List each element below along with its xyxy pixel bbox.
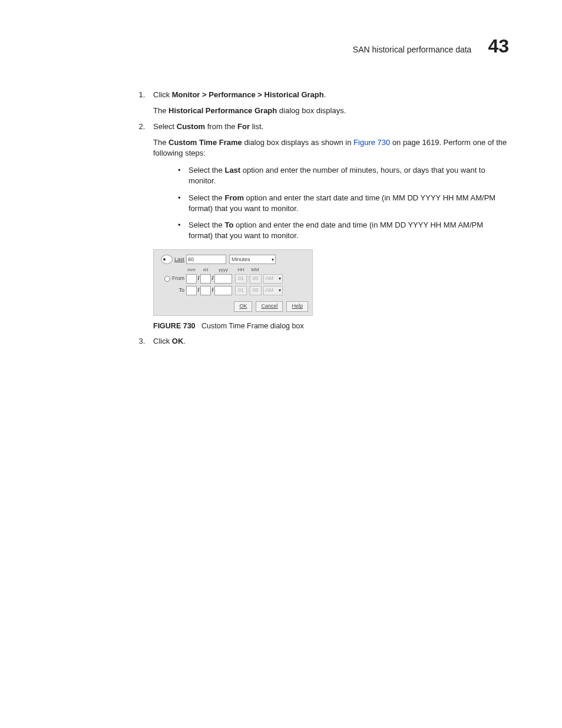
last-value-input[interactable]: 60: [186, 255, 226, 264]
chevron-down-icon: ▾: [279, 287, 281, 294]
step-2-b1: Custom: [177, 122, 205, 131]
header-title: SAN historical performance data: [353, 45, 472, 54]
radio-last[interactable]: [161, 255, 173, 264]
b3-pre: Select the: [189, 220, 224, 229]
b3-b: To: [224, 220, 233, 229]
step-2-res-b: Custom Time Frame: [168, 138, 242, 147]
from-mm-input[interactable]: [186, 274, 197, 284]
step-3-pre: Click: [153, 337, 172, 345]
chevron-down-icon: ▾: [272, 256, 274, 263]
from-hh[interactable]: 01: [235, 274, 247, 284]
step-1-res-suf: dialog box displays.: [277, 106, 346, 115]
custom-time-frame-dialog: Last 60 Minutes ▾ mm dd: [153, 249, 313, 316]
radio-from[interactable]: [164, 276, 170, 282]
head-HH: HH: [235, 266, 247, 274]
b1-b: Last: [224, 166, 240, 174]
to-ampm-select[interactable]: AM ▾: [263, 286, 283, 295]
step-2-pre: Select: [153, 122, 177, 131]
steps-list: Click Monitor > Performance > Historical…: [53, 90, 509, 347]
step-1-res-bold: Historical Performance Graph: [168, 106, 277, 115]
head-MM: MM: [249, 266, 261, 274]
step-1-text-suf: .: [324, 90, 326, 99]
to-ampm-val: AM: [266, 286, 274, 294]
step-1-result: The Historical Performance Graph dialog …: [153, 106, 509, 117]
from-dd-input[interactable]: [200, 274, 211, 284]
head-dd: dd: [200, 266, 211, 274]
cancel-button[interactable]: Cancel: [256, 301, 283, 312]
row-to: To / / 01 : 00 AM ▾: [158, 286, 308, 295]
ok-label: OK: [239, 302, 247, 310]
step-3: Click OK.: [147, 336, 509, 347]
step-2-b2: For: [237, 122, 250, 131]
help-label: Help: [292, 302, 303, 310]
step-3-suf: .: [183, 337, 186, 345]
row-last: Last 60 Minutes ▾: [158, 255, 308, 264]
figure-link[interactable]: Figure 730: [353, 138, 390, 147]
dialog-buttons: OK Cancel Help: [158, 301, 308, 312]
b1-pre: Select the: [189, 166, 224, 174]
figure-730: Last 60 Minutes ▾ mm dd: [153, 249, 509, 331]
b2-b: From: [224, 193, 244, 202]
step-2-result: The Custom Time Frame dialog box display…: [153, 137, 509, 160]
head-mm: mm: [186, 266, 197, 274]
bullet-last: Select the Last option and enter the num…: [178, 165, 509, 186]
from-yyyy-input[interactable]: [214, 274, 232, 284]
row-from: From / / 01 : 00 AM ▾: [158, 274, 308, 284]
step-1-res-pre: The: [153, 106, 168, 115]
chapter-number: 43: [488, 35, 509, 57]
step-2: Select Custom from the For list. The Cus…: [147, 121, 509, 331]
step-2-suf: list.: [250, 122, 263, 131]
units-select[interactable]: Minutes ▾: [229, 255, 276, 264]
ok-button[interactable]: OK: [234, 301, 252, 312]
to-dd-input[interactable]: [200, 286, 211, 295]
bullet-to: Select the To option and enter the end d…: [178, 220, 509, 241]
head-yyyy: yyyy: [214, 266, 232, 274]
page-header: SAN historical performance data 43: [53, 35, 509, 57]
to-yyyy-input[interactable]: [214, 286, 232, 295]
b2-pre: Select the: [189, 193, 224, 202]
from-ampm-select[interactable]: AM ▾: [263, 274, 283, 284]
step-1-text-pre: Click: [153, 90, 172, 99]
step-2-mid: from the: [205, 122, 237, 131]
units-value: Minutes: [232, 256, 250, 263]
chevron-down-icon: ▾: [279, 275, 281, 282]
help-button[interactable]: Help: [286, 301, 308, 312]
bullet-from: Select the From option and enter the sta…: [178, 193, 509, 214]
figure-number: FIGURE 730: [153, 322, 196, 330]
step-3-b: OK: [172, 337, 184, 345]
row-headers: mm dd yyyy HH MM: [158, 266, 308, 274]
label-from: From: [172, 275, 184, 282]
to-min[interactable]: 00: [250, 286, 262, 295]
from-ampm-val: AM: [266, 275, 274, 282]
from-min[interactable]: 00: [250, 274, 262, 284]
to-mm-input[interactable]: [186, 286, 197, 295]
label-last: Last: [174, 256, 184, 263]
step-1-path: Monitor > Performance > Historical Graph: [172, 90, 324, 99]
step-1: Click Monitor > Performance > Historical…: [147, 90, 509, 117]
cancel-label: Cancel: [261, 302, 277, 310]
figure-caption-text: Custom Time Frame dialog box: [201, 322, 304, 330]
figure-caption: FIGURE 730 Custom Time Frame dialog box: [153, 321, 509, 331]
step-2-res-pre: The: [153, 138, 168, 147]
label-to: To: [178, 286, 184, 294]
step-2-bullets: Select the Last option and enter the num…: [153, 165, 509, 241]
step-2-res-mid: dialog box displays as shown in: [242, 138, 353, 147]
to-hh[interactable]: 01: [235, 286, 247, 295]
